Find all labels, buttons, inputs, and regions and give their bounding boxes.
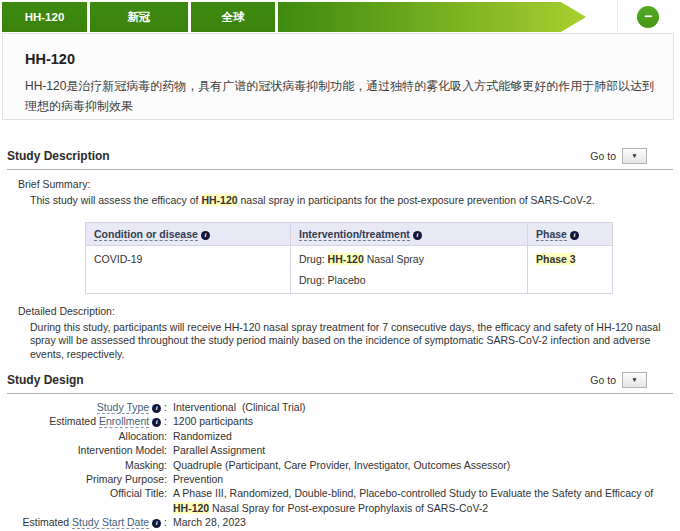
intervention-prefix: Drug: — [299, 253, 328, 265]
clinical-trial-page: HH-120 新冠 全球 − HH-120 HH-120是治疗新冠病毒的药物，具… — [0, 0, 680, 531]
field-value: Parallel Assignment — [173, 443, 265, 457]
study-start-date-link[interactable]: Study Start Date — [72, 516, 149, 529]
label-colon: : — [161, 401, 167, 413]
study-summary-zh: HH-120是治疗新冠病毒的药物，具有广谱的冠状病毒抑制功能，通过独特的雾化吸入… — [25, 76, 659, 116]
field-label: Allocation: — [7, 429, 167, 443]
design-row-start-date: Estimated Study Start Datei : March 28, … — [7, 515, 673, 529]
design-row-intervention-model: Intervention Model: Parallel Assignment — [7, 443, 673, 457]
intervention-cell: Drug: HH-120 Nasal Spray Drug: Placebo — [291, 245, 528, 293]
study-type-link[interactable]: Study Type — [97, 401, 149, 414]
highlight-term: HH-120 — [173, 502, 209, 514]
goto-control: Go to ▼ — [590, 372, 647, 388]
intervention-line: Drug: Placebo — [299, 274, 519, 286]
design-row-allocation: Allocation: Randomized — [7, 429, 673, 443]
info-icon[interactable]: i — [413, 231, 422, 240]
study-header-card: HH-120 HH-120是治疗新冠病毒的药物，具有广谱的冠状病毒抑制功能，通过… — [2, 33, 674, 120]
enrollment-link[interactable]: Enrollment — [99, 415, 149, 428]
field-label: Intervention Model: — [7, 443, 167, 457]
field-label: Estimated Enrollmenti : — [7, 414, 167, 428]
study-design-fields: Study Typei : Interventional (Clinical T… — [7, 400, 673, 531]
phase-cell: Phase 3 — [528, 245, 613, 293]
field-value: A Phase III, Randomized, Double-blind, P… — [173, 486, 660, 515]
brief-summary-prefix: This study will assess the efficacy of — [30, 194, 201, 206]
intervention-prefix: Drug: Placebo — [299, 274, 366, 286]
minus-icon: − — [644, 9, 652, 23]
info-icon[interactable]: i — [570, 231, 579, 240]
field-value: Randomized — [173, 429, 232, 443]
label-colon: : — [161, 516, 167, 528]
design-row-enrollment: Estimated Enrollmenti : 1200 participant… — [7, 414, 673, 428]
info-icon[interactable]: i — [152, 404, 161, 413]
goto-dropdown-study-description[interactable]: ▼ — [622, 148, 647, 164]
value-prefix: A Phase III, Randomized, Double-blind, P… — [173, 487, 656, 499]
field-value: 1200 participants — [173, 414, 253, 428]
banner-tag-covid[interactable]: 新冠 — [90, 2, 188, 32]
info-icon[interactable]: i — [152, 418, 161, 427]
field-label: Primary Purpose: — [7, 472, 167, 486]
label-prefix: Estimated — [49, 415, 99, 427]
intervention-suffix: Nasal Spray — [364, 253, 424, 265]
phase-badge: Phase 3 — [536, 253, 576, 265]
value-suffix: Nasal Spray for Post-exposure Prophylaxi… — [209, 502, 488, 514]
field-value: Interventional (Clinical Trial) — [173, 400, 305, 414]
phase-header-term[interactable]: Phase — [536, 228, 567, 241]
condition-header-term[interactable]: Condition or disease — [94, 228, 198, 241]
section-title-study-description: Study Description — [7, 149, 110, 163]
design-row-study-type: Study Typei : Interventional (Clinical T… — [7, 400, 673, 414]
label-prefix: Estimated — [23, 516, 73, 528]
banner-tag-global[interactable]: 全球 — [191, 2, 275, 32]
section-title-study-design: Study Design — [7, 373, 84, 387]
brief-summary-label: Brief Summary: — [18, 178, 673, 190]
info-icon[interactable]: i — [201, 231, 210, 240]
detailed-description-label: Detailed Description: — [18, 305, 673, 317]
intervention-header-term[interactable]: Intervention/treatment — [299, 228, 410, 241]
collapse-button[interactable]: − — [637, 6, 659, 28]
design-row-official-title: Official Title: A Phase III, Randomized,… — [7, 486, 673, 515]
field-value: Prevention — [173, 472, 223, 486]
main-content: Study Description Go to ▼ Brief Summary:… — [7, 148, 673, 531]
goto-label: Go to — [590, 150, 616, 162]
intervention-line: Drug: HH-120 Nasal Spray — [299, 253, 519, 265]
field-label: Masking: — [7, 458, 167, 472]
col-header-condition: Condition or diseasei — [86, 222, 291, 245]
table-header-row: Condition or diseasei Intervention/treat… — [86, 222, 613, 245]
goto-label: Go to — [590, 374, 616, 386]
field-value: March 28, 2023 — [173, 515, 246, 529]
banner-arrow — [278, 2, 586, 32]
design-row-primary-purpose: Primary Purpose: Prevention — [7, 472, 673, 486]
field-value: Quadruple (Participant, Care Provider, I… — [173, 458, 510, 472]
highlight-term: HH-120 — [201, 194, 237, 206]
chevron-down-icon: ▼ — [631, 153, 637, 160]
table-row: COVID-19 Drug: HH-120 Nasal Spray Drug: … — [86, 245, 613, 293]
banner-tag-hh120[interactable]: HH-120 — [2, 2, 87, 32]
study-description-section-header: Study Description Go to ▼ — [7, 148, 673, 170]
study-design-section-header: Study Design Go to ▼ — [7, 372, 673, 394]
banner-spacer — [586, 2, 617, 32]
col-header-phase: Phasei — [528, 222, 613, 245]
detailed-description-text: During this study, participants will rec… — [30, 321, 662, 362]
top-banner: HH-120 新冠 全球 − — [2, 2, 678, 32]
field-label: Official Title: — [7, 486, 167, 515]
banner-collapse-area: − — [617, 2, 678, 32]
study-title: HH-120 — [25, 51, 651, 67]
condition-cell: COVID-19 — [86, 245, 291, 293]
condition-intervention-table: Condition or diseasei Intervention/treat… — [85, 222, 613, 294]
brief-summary-text: This study will assess the efficacy of H… — [30, 194, 662, 208]
brief-summary-suffix: nasal spray in participants for the post… — [238, 194, 595, 206]
col-header-intervention: Intervention/treatmenti — [291, 222, 528, 245]
field-label: Study Typei : — [7, 400, 167, 414]
highlight-term: HH-120 — [328, 253, 364, 265]
field-label: Estimated Study Start Datei : — [7, 515, 167, 529]
chevron-down-icon: ▼ — [631, 377, 637, 384]
design-row-masking: Masking: Quadruple (Participant, Care Pr… — [7, 458, 673, 472]
goto-dropdown-study-design[interactable]: ▼ — [622, 372, 647, 388]
info-icon[interactable]: i — [152, 519, 161, 528]
goto-control: Go to ▼ — [590, 148, 647, 164]
label-colon: : — [161, 415, 167, 427]
